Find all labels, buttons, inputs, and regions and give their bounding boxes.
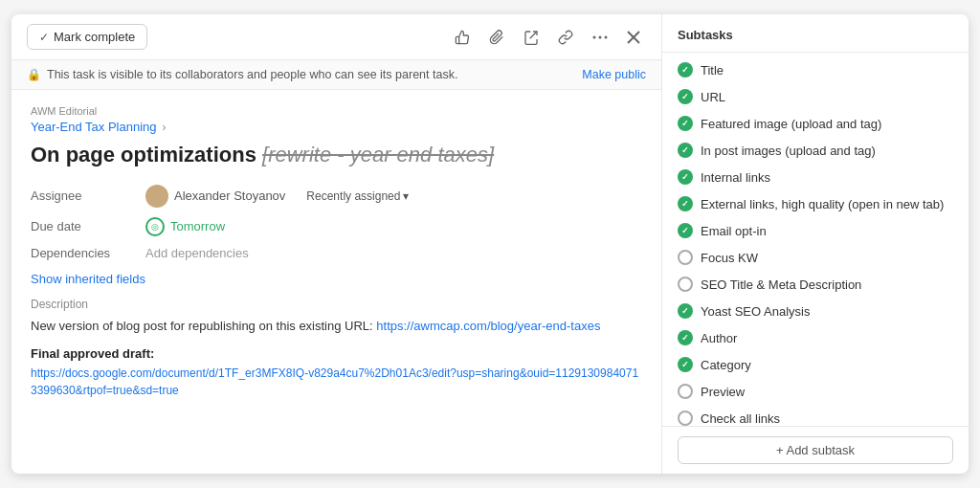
subtask-check bbox=[678, 196, 693, 211]
final-draft-label: Final approved draft: bbox=[31, 346, 642, 361]
attachment-button[interactable] bbox=[483, 26, 510, 49]
subtask-label: Email opt-in bbox=[701, 224, 767, 238]
subtask-check bbox=[678, 303, 693, 319]
left-panel: ✓ Mark complete 🔒 bbox=[11, 14, 662, 474]
subtask-item[interactable]: Author bbox=[662, 324, 969, 351]
lock-icon: 🔒 bbox=[27, 68, 41, 81]
more-button[interactable] bbox=[587, 32, 613, 43]
show-inherited-fields[interactable]: Show inherited fields bbox=[31, 272, 642, 286]
subtask-label: External links, high quality (open in ne… bbox=[701, 197, 944, 211]
subtask-item[interactable]: Yoast SEO Analysis bbox=[662, 298, 969, 324]
description-before-link: New version of blog post for republishin… bbox=[31, 319, 376, 333]
recently-assigned[interactable]: Recently assigned ▾ bbox=[306, 189, 409, 203]
mark-complete-button[interactable]: ✓ Mark complete bbox=[27, 24, 147, 50]
description-text: New version of blog post for republishin… bbox=[31, 317, 642, 336]
subtask-check bbox=[678, 116, 693, 131]
link-button[interactable] bbox=[552, 26, 579, 49]
subtask-label: Internal links bbox=[701, 170, 770, 185]
subtasks-header: Subtasks bbox=[662, 14, 969, 53]
visibility-bar: 🔒 This task is visible to its collaborat… bbox=[11, 60, 661, 90]
subtask-label: Title bbox=[701, 63, 724, 78]
dependencies-label: Dependencies bbox=[31, 246, 145, 260]
subtask-item[interactable]: URL bbox=[662, 83, 969, 110]
svg-point-5 bbox=[152, 188, 162, 197]
close-button[interactable] bbox=[621, 27, 646, 48]
subtask-check bbox=[678, 250, 693, 265]
content-area: AWM Editorial Year-End Tax Planning › On… bbox=[11, 90, 661, 474]
subtask-label: In post images (upload and tag) bbox=[701, 144, 876, 158]
assignee-value: Alexander Stoyanov Recently assigned ▾ bbox=[145, 185, 409, 208]
avatar bbox=[145, 185, 168, 208]
subtask-check bbox=[678, 410, 693, 426]
subtask-label: Category bbox=[701, 358, 751, 372]
subtask-item[interactable]: Preview bbox=[662, 378, 969, 405]
due-date-row: Due date ◎ Tomorrow bbox=[31, 217, 642, 236]
subtask-check bbox=[678, 143, 693, 158]
subtask-label: Focus KW bbox=[701, 251, 758, 265]
subtask-label: Author bbox=[701, 331, 737, 345]
subtask-label: URL bbox=[701, 90, 725, 104]
subtask-item[interactable]: Internal links bbox=[662, 164, 969, 190]
project-label: AWM Editorial bbox=[31, 105, 642, 117]
fields-section: Assignee Alexander Stoyanov Recently ass… bbox=[31, 185, 642, 260]
svg-point-0 bbox=[593, 35, 596, 38]
task-title-strikethrough: [rewrite - year end taxes] bbox=[262, 143, 494, 166]
subtask-label: Featured image (upload and tag) bbox=[701, 117, 881, 131]
assignee-row: Assignee Alexander Stoyanov Recently ass… bbox=[31, 185, 642, 208]
subtask-item[interactable]: External links, high quality (open in ne… bbox=[662, 190, 969, 217]
subtask-check bbox=[678, 277, 693, 292]
assignee-label: Assignee bbox=[31, 189, 145, 203]
description-section: Description New version of blog post for… bbox=[31, 298, 642, 336]
add-subtask-label: + Add subtask bbox=[776, 443, 855, 457]
subtask-check bbox=[678, 384, 693, 399]
add-subtask-row: + Add subtask bbox=[662, 426, 969, 474]
toolbar: ✓ Mark complete bbox=[11, 14, 661, 60]
svg-point-1 bbox=[599, 35, 602, 38]
subtask-check bbox=[678, 169, 693, 185]
due-date-label: Due date bbox=[31, 219, 145, 233]
due-date-value[interactable]: ◎ Tomorrow bbox=[145, 217, 225, 236]
right-panel: Subtasks TitleURLFeatured image (upload … bbox=[662, 14, 969, 474]
svg-point-2 bbox=[605, 35, 608, 38]
subtask-check bbox=[678, 62, 693, 78]
like-button[interactable] bbox=[449, 26, 476, 49]
subtask-item[interactable]: Title bbox=[662, 56, 969, 83]
assignee-name: Alexander Stoyanov bbox=[174, 189, 285, 203]
calendar-icon: ◎ bbox=[145, 217, 165, 236]
subtask-item[interactable]: SEO Title & Meta Description bbox=[662, 271, 969, 298]
subtask-check bbox=[678, 223, 693, 238]
parent-task-link[interactable]: Year-End Tax Planning bbox=[31, 120, 157, 134]
subtask-check bbox=[678, 89, 693, 104]
subtask-item[interactable]: Focus KW bbox=[662, 244, 969, 271]
subtask-label: Preview bbox=[701, 385, 745, 399]
subtask-item[interactable]: Check all links bbox=[662, 405, 969, 426]
share-button[interactable] bbox=[518, 26, 545, 49]
draft-link[interactable]: https://docs.google.com/document/d/1TF_e… bbox=[31, 366, 638, 397]
subtasks-list: TitleURLFeatured image (upload and tag)I… bbox=[662, 53, 969, 426]
make-public-button[interactable]: Make public bbox=[582, 68, 646, 81]
subtask-item[interactable]: Featured image (upload and tag) bbox=[662, 110, 969, 137]
subtask-check bbox=[678, 330, 693, 345]
description-label: Description bbox=[31, 298, 642, 311]
subtask-label: Check all links bbox=[701, 411, 780, 426]
add-dependencies-button[interactable]: Add dependencies bbox=[145, 246, 249, 260]
dependencies-row: Dependencies Add dependencies bbox=[31, 246, 642, 260]
final-draft-section: Final approved draft: https://docs.googl… bbox=[31, 346, 642, 399]
description-url[interactable]: https://awmcap.com/blog/year-end-taxes bbox=[376, 319, 600, 333]
add-subtask-button[interactable]: + Add subtask bbox=[678, 436, 953, 464]
breadcrumb-arrow: › bbox=[162, 121, 166, 134]
task-title-main: On page optimizations bbox=[31, 143, 256, 166]
subtask-item[interactable]: Email opt-in bbox=[662, 217, 969, 244]
mark-complete-label: Mark complete bbox=[54, 30, 135, 44]
subtask-label: SEO Title & Meta Description bbox=[701, 277, 861, 292]
due-date-text: Tomorrow bbox=[170, 219, 225, 233]
subtask-label: Yoast SEO Analysis bbox=[701, 304, 810, 319]
check-icon: ✓ bbox=[39, 31, 49, 44]
subtask-item[interactable]: In post images (upload and tag) bbox=[662, 137, 969, 164]
breadcrumb: AWM Editorial Year-End Tax Planning › bbox=[31, 105, 642, 134]
subtask-check bbox=[678, 357, 693, 372]
subtask-item[interactable]: Category bbox=[662, 351, 969, 378]
visibility-message: This task is visible to its collaborator… bbox=[47, 68, 457, 81]
task-title: On page optimizations [rewrite - year en… bbox=[31, 142, 642, 169]
